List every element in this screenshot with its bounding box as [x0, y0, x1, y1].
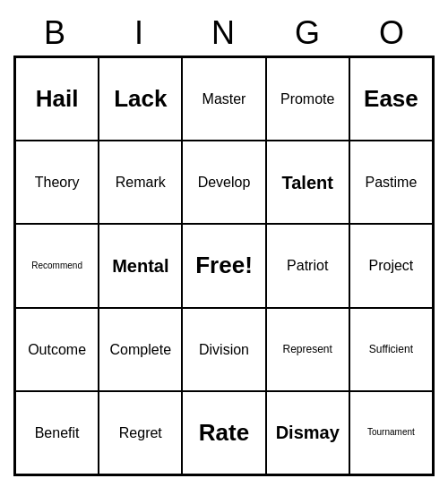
bingo-cell-4-4: Tournament [349, 391, 433, 474]
bingo-cell-0-4: Ease [349, 57, 433, 141]
bingo-row-0: HailLackMasterPromoteEase [15, 57, 433, 141]
header-letter-I: I [98, 11, 182, 56]
bingo-row-2: RecommendMentalFree!PatriotProject [15, 224, 433, 307]
header-letter-O: O [350, 11, 435, 56]
bingo-cell-4-0: Benefit [15, 391, 99, 474]
bingo-cell-2-0: Recommend [15, 224, 99, 307]
header-letter-B: B [13, 11, 98, 56]
bingo-cell-4-3: Dismay [266, 391, 349, 474]
bingo-row-4: BenefitRegretRateDismayTournament [15, 391, 433, 474]
bingo-cell-3-3: Represent [266, 308, 349, 391]
bingo-cell-0-0: Hail [15, 57, 99, 141]
header-letter-G: G [266, 11, 350, 56]
bingo-cell-1-3: Talent [266, 141, 349, 224]
bingo-cell-0-1: Lack [99, 57, 182, 141]
bingo-header: BINGO [13, 11, 435, 56]
bingo-cell-1-0: Theory [15, 141, 99, 224]
bingo-cell-2-2: Free! [182, 224, 265, 307]
bingo-cell-4-2: Rate [182, 391, 265, 474]
bingo-cell-0-2: Master [182, 57, 265, 141]
bingo-cell-0-3: Promote [266, 57, 349, 141]
bingo-row-3: OutcomeCompleteDivisionRepresentSufficie… [15, 308, 433, 391]
bingo-cell-3-1: Complete [99, 308, 182, 391]
bingo-cell-1-2: Develop [182, 141, 265, 224]
bingo-cell-3-2: Division [182, 308, 265, 391]
bingo-cell-1-4: Pastime [349, 141, 433, 224]
bingo-row-1: TheoryRemarkDevelopTalentPastime [15, 141, 433, 224]
bingo-grid: HailLackMasterPromoteEaseTheoryRemarkDev… [13, 56, 435, 476]
header-letter-N: N [182, 11, 266, 56]
bingo-cell-2-1: Mental [99, 224, 182, 307]
bingo-cell-2-4: Project [349, 224, 433, 307]
bingo-cell-3-0: Outcome [15, 308, 99, 391]
bingo-card: BINGO HailLackMasterPromoteEaseTheoryRem… [13, 11, 435, 476]
bingo-cell-3-4: Sufficient [349, 308, 433, 391]
bingo-cell-4-1: Regret [99, 391, 182, 474]
bingo-cell-2-3: Patriot [266, 224, 349, 307]
bingo-cell-1-1: Remark [99, 141, 182, 224]
